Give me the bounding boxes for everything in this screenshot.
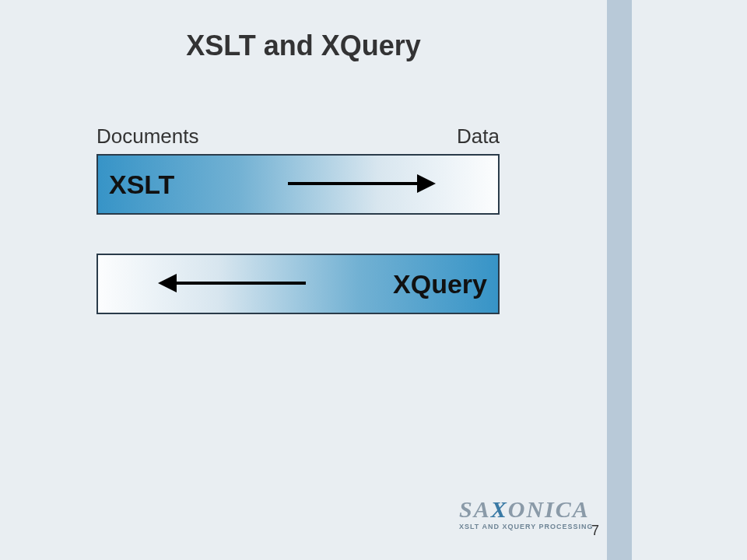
- arrow-left-icon: [158, 274, 177, 292]
- logo-subtitle: XSLT AND XQUERY PROCESSING: [459, 523, 594, 530]
- arrow-left-line: [175, 282, 306, 285]
- box-xquery-label: XQuery: [393, 269, 487, 299]
- logo-part1: SA: [459, 496, 491, 522]
- logo-part2: ONICA: [508, 496, 590, 522]
- diagram-labels: Documents Data: [96, 124, 500, 149]
- arrow-right-line: [288, 182, 419, 185]
- arrow-right-icon: [417, 174, 436, 193]
- label-data: Data: [457, 124, 500, 149]
- logo: SAXONICA: [459, 496, 590, 523]
- label-documents: Documents: [96, 124, 199, 149]
- slide-title: XSLT and XQuery: [0, 30, 607, 62]
- slide-sidebar-inner: [632, 0, 747, 560]
- logo-x: X: [491, 496, 508, 522]
- box-xslt-label: XSLT: [109, 170, 174, 200]
- page-number: 7: [591, 523, 599, 539]
